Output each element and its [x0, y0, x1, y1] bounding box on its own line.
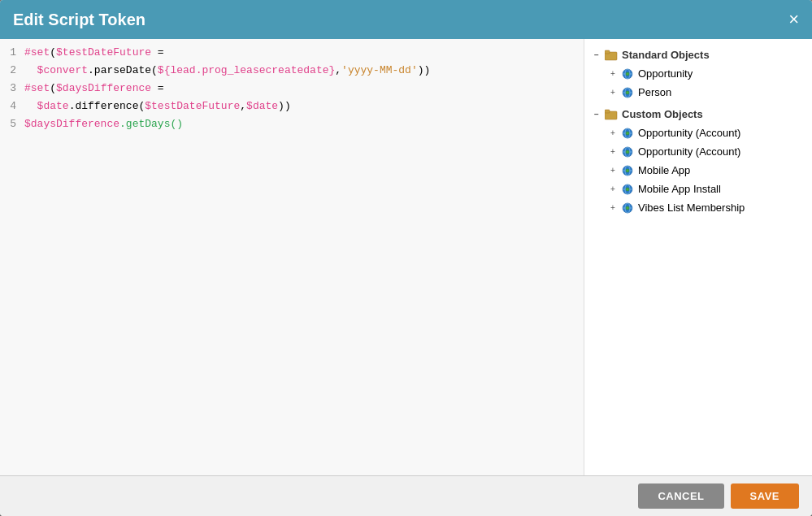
expand-custom-item-icon: +: [607, 165, 619, 176]
custom-items-container: + Opportunity (Account) +: [584, 124, 812, 217]
custom-obj-icon: [620, 202, 635, 214]
svg-rect-1: [605, 50, 610, 54]
modal-header: Edit Script Token ×: [0, 0, 812, 39]
tree-item-custom-3[interactable]: + Mobile App Install: [584, 180, 812, 198]
custom-objects-label: Custom Objects: [622, 108, 703, 120]
expand-person-icon: +: [607, 87, 619, 98]
opportunity-label: Opportunity: [638, 67, 693, 80]
opportunity-obj-icon: [620, 68, 635, 80]
code-line: 2 $convert.parseDate(${lead.prog_leasecr…: [0, 63, 584, 81]
cancel-button[interactable]: CANCEL: [638, 483, 723, 509]
save-button[interactable]: SAVE: [731, 483, 799, 509]
line-content: $daysDifference.getDays(): [24, 117, 584, 130]
custom-obj-icon: [620, 146, 635, 158]
modal-title: Edit Script Token: [13, 11, 145, 29]
svg-point-31: [626, 206, 629, 210]
custom-obj-icon: [620, 128, 635, 139]
svg-rect-11: [605, 110, 610, 113]
line-content: $date.difference($testDateFuture,$date)): [24, 99, 584, 112]
expand-opportunity-icon: +: [607, 68, 619, 80]
expand-custom-icon: −: [591, 109, 602, 120]
modal-body: 1#set($testDateFuture =2 $convert.parseD…: [0, 39, 812, 475]
tree-item-person[interactable]: + Person: [584, 83, 812, 102]
expand-custom-item-icon: +: [607, 146, 619, 158]
custom-folder-icon: [604, 109, 619, 120]
sidebar-tree: − Standard Objects +: [584, 39, 812, 475]
custom-obj-icon: [620, 184, 635, 195]
modal-footer: CANCEL SAVE: [0, 475, 812, 516]
edit-script-token-modal: Edit Script Token × 1#set($testDateFutur…: [0, 0, 812, 516]
svg-point-19: [626, 150, 629, 154]
svg-point-15: [626, 132, 629, 135]
custom-item-label: Opportunity (Account): [638, 145, 740, 158]
line-number: 4: [0, 99, 24, 112]
svg-point-23: [626, 169, 629, 172]
line-content: $convert.parseDate(${lead.prog_leasecrea…: [24, 63, 584, 76]
standard-objects-header[interactable]: − Standard Objects: [584, 46, 812, 64]
line-number: 1: [0, 46, 24, 59]
tree-item-opportunity[interactable]: + Opportunity: [584, 64, 812, 83]
custom-item-label: Mobile App Install: [638, 183, 721, 195]
code-line: 4 $date.difference($testDateFuture,$date…: [0, 99, 584, 117]
custom-item-label: Mobile App: [638, 164, 690, 176]
tree-item-custom-0[interactable]: + Opportunity (Account): [584, 124, 812, 142]
folder-icon: [604, 50, 619, 61]
close-button[interactable]: ×: [788, 11, 799, 28]
standard-objects-label: Standard Objects: [622, 49, 710, 61]
line-content: #set($daysDifference =: [24, 81, 584, 94]
standard-objects-section: − Standard Objects +: [584, 46, 812, 102]
svg-point-9: [626, 91, 629, 94]
person-label: Person: [638, 86, 671, 98]
expand-custom-item-icon: +: [607, 184, 619, 195]
custom-objects-section: − Custom Objects +: [584, 105, 812, 217]
expand-standard-icon: −: [591, 50, 602, 61]
expand-custom-item-icon: +: [607, 202, 619, 214]
svg-point-5: [626, 72, 629, 76]
expand-custom-item-icon: +: [607, 128, 619, 139]
line-content: #set($testDateFuture =: [24, 46, 584, 59]
custom-item-label: Opportunity (Account): [638, 127, 740, 139]
line-number: 2: [0, 63, 24, 76]
person-obj-icon: [620, 87, 635, 98]
custom-item-label: Vibes List Membership: [638, 202, 745, 214]
tree-item-custom-2[interactable]: + Mobile App: [584, 161, 812, 180]
line-number: 3: [0, 81, 24, 94]
code-line: 3#set($daysDifference =: [0, 81, 584, 99]
code-line: 5$daysDifference.getDays(): [0, 117, 584, 135]
line-number: 5: [0, 117, 24, 130]
svg-point-27: [626, 188, 629, 191]
code-line: 1#set($testDateFuture =: [0, 46, 584, 63]
custom-objects-header[interactable]: − Custom Objects: [584, 105, 812, 124]
custom-obj-icon: [620, 165, 635, 176]
code-panel: 1#set($testDateFuture =2 $convert.parseD…: [0, 39, 584, 475]
tree-item-custom-4[interactable]: + Vibes List Membership: [584, 198, 812, 217]
tree-item-custom-1[interactable]: + Opportunity (Account): [584, 142, 812, 161]
